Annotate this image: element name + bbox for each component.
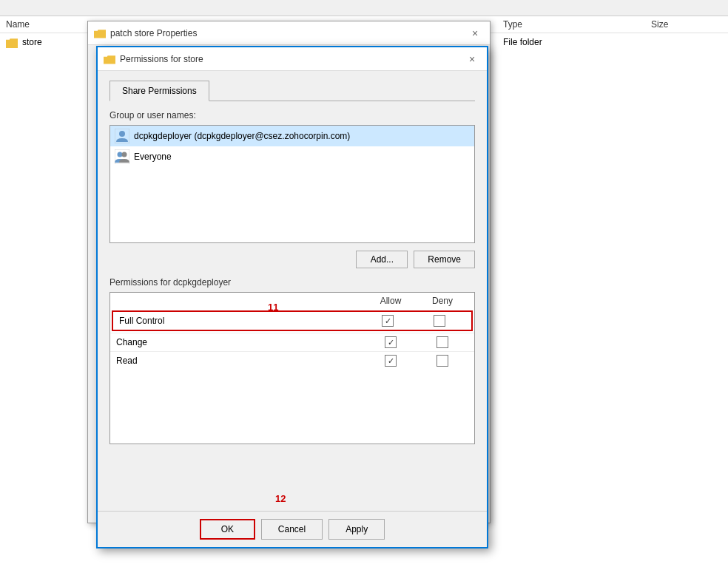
svg-point-2: [118, 152, 123, 157]
permissions-titlebar: Permissions for store ×: [98, 47, 487, 71]
patch-store-titlebar: patch store Properties ×: [88, 21, 490, 45]
perm-allow-read-checkbox[interactable]: [385, 355, 397, 367]
dialog-footer: OK Cancel Apply: [98, 511, 487, 547]
col-size-header: Size: [651, 19, 668, 30]
user-icon-deployer: [115, 129, 129, 143]
add-remove-row: Add... Remove: [109, 251, 475, 268]
perm-col-allow-header: Allow: [365, 296, 417, 306]
file-name: store: [22, 37, 42, 47]
user-icon-everyone: [115, 149, 129, 164]
annotation-12: 12: [275, 493, 286, 504]
perm-deny-change-wrap: [417, 336, 468, 348]
permissions-close-button[interactable]: ×: [463, 50, 481, 68]
annotation-11: 11: [268, 302, 278, 313]
tab-share-permissions[interactable]: Share Permissions: [109, 81, 209, 101]
permissions-section-label: Permissions for dcpkgdeployer: [109, 277, 475, 288]
user-list-item-everyone[interactable]: Everyone: [110, 146, 474, 167]
folder-icon: [6, 36, 18, 48]
svg-point-0: [119, 131, 125, 137]
perm-name-change: Change: [116, 337, 365, 347]
col-type-header: Type: [503, 19, 651, 30]
svg-point-3: [122, 152, 127, 157]
perm-deny-change-checkbox[interactable]: [437, 336, 448, 348]
permissions-dialog: Permissions for store × Share Permission…: [96, 46, 488, 548]
user-name-deployer: dcpkgdeployer (dcpkgdeployer@csez.zohoco…: [134, 131, 350, 141]
remove-button[interactable]: Remove: [414, 251, 475, 268]
patch-store-folder-icon: [94, 28, 106, 38]
user-list-item-deployer[interactable]: dcpkgdeployer (dcpkgdeployer@csez.zohoco…: [110, 126, 474, 146]
patch-store-close-button[interactable]: ×: [466, 24, 484, 42]
perm-name-read: Read: [116, 356, 365, 366]
perm-row-full-control: Full Control: [112, 310, 473, 331]
permissions-title: Permissions for store: [120, 54, 203, 64]
cancel-button[interactable]: Cancel: [261, 519, 323, 540]
perm-allow-change-checkbox[interactable]: [385, 336, 397, 348]
perm-allow-full-control-wrap: [362, 315, 414, 327]
perm-deny-read-wrap: [417, 355, 468, 367]
ok-button[interactable]: OK: [200, 519, 255, 540]
file-type: File folder: [503, 37, 542, 47]
perm-deny-full-control-wrap: [414, 315, 465, 327]
perm-name-full-control: Full Control: [119, 316, 362, 326]
perm-row-change: Change: [110, 333, 474, 351]
tab-strip: Share Permissions: [109, 80, 475, 101]
user-list-box[interactable]: dcpkgdeployer (dcpkgdeployer@csez.zohoco…: [109, 125, 475, 243]
perm-deny-full-control-checkbox[interactable]: [434, 315, 445, 327]
add-button[interactable]: Add...: [356, 251, 408, 268]
permissions-content: Share Permissions Group or user names: d…: [98, 71, 487, 461]
user-name-everyone: Everyone: [134, 152, 172, 162]
perm-table-header: Allow Deny: [110, 293, 474, 309]
patch-store-title: patch store Properties: [110, 28, 197, 38]
permissions-table: Allow Deny Full Control Change: [109, 292, 475, 444]
perm-col-name-header: [116, 296, 365, 306]
perm-allow-change-wrap: [365, 336, 417, 348]
apply-button[interactable]: Apply: [328, 519, 385, 540]
permissions-folder-icon: [104, 54, 115, 64]
perm-allow-read-wrap: [365, 355, 417, 367]
perm-table-empty-area: [110, 370, 474, 444]
perm-allow-full-control-checkbox[interactable]: [382, 315, 394, 327]
perm-col-deny-header: Deny: [417, 296, 468, 306]
explorer-header: [0, 0, 728, 16]
perm-row-read: Read: [110, 351, 474, 370]
perm-deny-read-checkbox[interactable]: [437, 355, 448, 367]
group-label: Group or user names:: [109, 110, 475, 120]
